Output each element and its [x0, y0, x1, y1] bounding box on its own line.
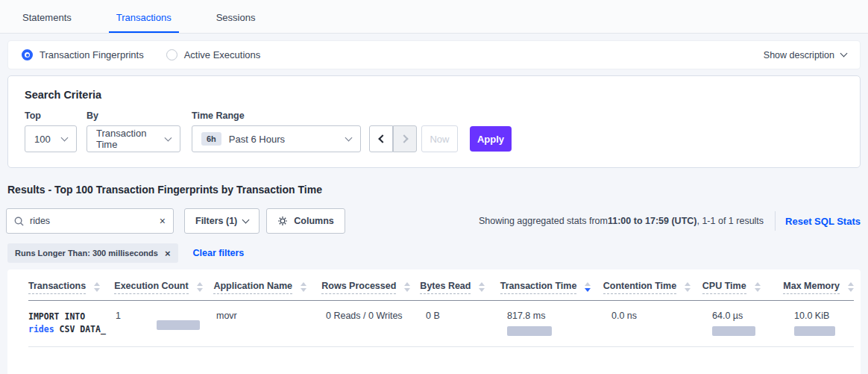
- tab-sessions[interactable]: Sessions: [212, 3, 260, 33]
- chevron-down-icon: [242, 216, 250, 224]
- filters-label: Filters (1): [195, 216, 237, 226]
- rows-processed-cell: 0 Reads / 0 Writes: [326, 311, 426, 336]
- sort-icon[interactable]: [197, 282, 203, 292]
- time-range-label: Time Range: [192, 110, 369, 121]
- max-memory-value: 10.0 KiB: [794, 311, 854, 321]
- filter-chip-label: Runs Longer Than: 300 milliseconds: [15, 249, 158, 258]
- col-header-transactions[interactable]: Transactions: [28, 281, 114, 294]
- by-label: By: [87, 110, 192, 121]
- col-header-transaction-time[interactable]: Transaction Time: [500, 281, 603, 294]
- stats-summary: Showing aggregated stats from 11:00 to 1…: [479, 216, 764, 226]
- search-match-highlight: rides: [28, 324, 54, 334]
- gear-icon: [277, 216, 288, 226]
- search-criteria-card: Search Criteria Top 100 By Transaction T…: [7, 75, 861, 168]
- sort-icon[interactable]: [479, 282, 485, 292]
- sort-icon[interactable]: [94, 282, 100, 292]
- table-row[interactable]: IMPORT INTO rides CSV DATA_ 1 movr 0 Rea…: [28, 301, 854, 347]
- transaction-time-bar: [507, 326, 552, 336]
- fingerprint-line1: IMPORT INTO: [28, 311, 116, 323]
- table-header-row: Transactions Execution Count Application…: [28, 269, 854, 301]
- fingerprint-rest: CSV DATA_: [54, 324, 106, 334]
- chevron-down-icon: [61, 134, 69, 141]
- radio-label: Transaction Fingerprints: [40, 49, 144, 60]
- radio-unselected-icon: [166, 49, 177, 60]
- page-tabs: Statements Transactions Sessions: [0, 0, 868, 34]
- col-header-rows-processed[interactable]: Rows Processed: [321, 281, 420, 294]
- sort-icon[interactable]: [404, 282, 410, 292]
- application-name-cell: movr: [216, 311, 326, 336]
- execution-count-cell: 1: [116, 311, 216, 336]
- filters-button[interactable]: Filters (1): [184, 208, 260, 234]
- chevron-down-icon: [345, 134, 353, 141]
- filter-chip: Runs Longer Than: 300 milliseconds ×: [7, 243, 178, 263]
- cpu-time-cell: 64.0 µs: [712, 311, 794, 336]
- by-select[interactable]: Transaction Time: [87, 125, 180, 152]
- execution-count-bar: [157, 320, 200, 330]
- stats-suffix: , 1-1 of 1 results: [696, 216, 764, 226]
- col-header-execution-count[interactable]: Execution Count: [114, 281, 213, 294]
- col-header-bytes-read[interactable]: Bytes Read: [420, 281, 500, 294]
- sort-icon[interactable]: [848, 282, 854, 292]
- col-header-application-name[interactable]: Application Name: [213, 281, 321, 294]
- transaction-fingerprint-link[interactable]: IMPORT INTO rides CSV DATA_: [28, 311, 116, 336]
- time-nav-group: [369, 125, 417, 152]
- sort-icon[interactable]: [685, 282, 691, 292]
- chevron-down-icon: [840, 50, 848, 57]
- view-toggle-bar: Transaction Fingerprints Active Executio…: [7, 40, 861, 69]
- show-description-label: Show description: [764, 50, 834, 60]
- columns-label: Columns: [294, 216, 333, 226]
- by-value: Transaction Time: [96, 128, 166, 150]
- results-table: Transactions Execution Count Application…: [7, 269, 861, 374]
- now-button[interactable]: Now: [421, 125, 458, 152]
- search-icon: [14, 216, 24, 226]
- cpu-time-bar: [712, 326, 755, 336]
- fingerprint-line2: rides CSV DATA_: [28, 323, 116, 336]
- tab-transactions[interactable]: Transactions: [112, 3, 176, 33]
- remove-filter-icon[interactable]: ×: [165, 249, 171, 258]
- contention-time-cell: 0.0 ns: [611, 311, 712, 336]
- results-toolbar: × Filters (1) Columns Showing aggregated…: [6, 208, 861, 234]
- clear-filters-link[interactable]: Clear filters: [193, 248, 245, 258]
- filter-chip-row: Runs Longer Than: 300 milliseconds × Cle…: [7, 243, 861, 263]
- time-next-button[interactable]: [393, 125, 417, 152]
- col-header-contention-time[interactable]: Contention Time: [603, 281, 702, 294]
- stats-range: 11:00 to 17:59 (UTC): [608, 216, 696, 226]
- search-box[interactable]: ×: [6, 208, 174, 234]
- top-select[interactable]: 100: [25, 125, 77, 152]
- chevron-left-icon: [378, 134, 386, 143]
- top-label: Top: [25, 110, 87, 121]
- sort-icon[interactable]: [301, 282, 306, 292]
- col-header-max-memory[interactable]: Max Memory: [783, 281, 854, 294]
- time-range-select[interactable]: 6h Past 6 Hours: [192, 125, 361, 152]
- transaction-time-cell: 817.8 ms: [507, 311, 611, 336]
- clear-search-icon[interactable]: ×: [160, 216, 166, 226]
- max-memory-bar: [794, 326, 835, 336]
- radio-label: Active Executions: [184, 49, 261, 60]
- tab-statements[interactable]: Statements: [18, 3, 76, 33]
- transaction-time-value: 817.8 ms: [507, 311, 611, 321]
- search-criteria-title: Search Criteria: [25, 89, 843, 101]
- time-prev-button[interactable]: [369, 125, 393, 152]
- show-description-toggle[interactable]: Show description: [764, 50, 846, 60]
- divider: [775, 211, 776, 231]
- radio-active-executions[interactable]: Active Executions: [166, 49, 261, 60]
- max-memory-cell: 10.0 KiB: [794, 311, 854, 336]
- radio-transaction-fingerprints[interactable]: Transaction Fingerprints: [22, 49, 144, 60]
- sort-desc-active-icon[interactable]: [585, 282, 591, 292]
- top-value: 100: [34, 134, 51, 145]
- reset-sql-stats-link[interactable]: Reset SQL Stats: [785, 216, 861, 227]
- sort-icon[interactable]: [755, 282, 761, 292]
- col-header-cpu-time[interactable]: CPU Time: [702, 281, 783, 294]
- apply-button[interactable]: Apply: [470, 126, 512, 152]
- cpu-time-value: 64.0 µs: [712, 311, 794, 321]
- time-range-badge: 6h: [201, 132, 221, 146]
- radio-selected-icon: [22, 49, 33, 60]
- stats-prefix: Showing aggregated stats from: [479, 216, 608, 226]
- results-title: Results - Top 100 Transaction Fingerprin…: [7, 184, 861, 196]
- time-range-value: Past 6 Hours: [229, 134, 285, 145]
- bytes-read-cell: 0 B: [426, 311, 507, 336]
- execution-count-value: 1: [116, 311, 121, 321]
- chevron-right-icon: [400, 134, 408, 143]
- columns-button[interactable]: Columns: [266, 208, 345, 234]
- search-input[interactable]: [30, 216, 160, 226]
